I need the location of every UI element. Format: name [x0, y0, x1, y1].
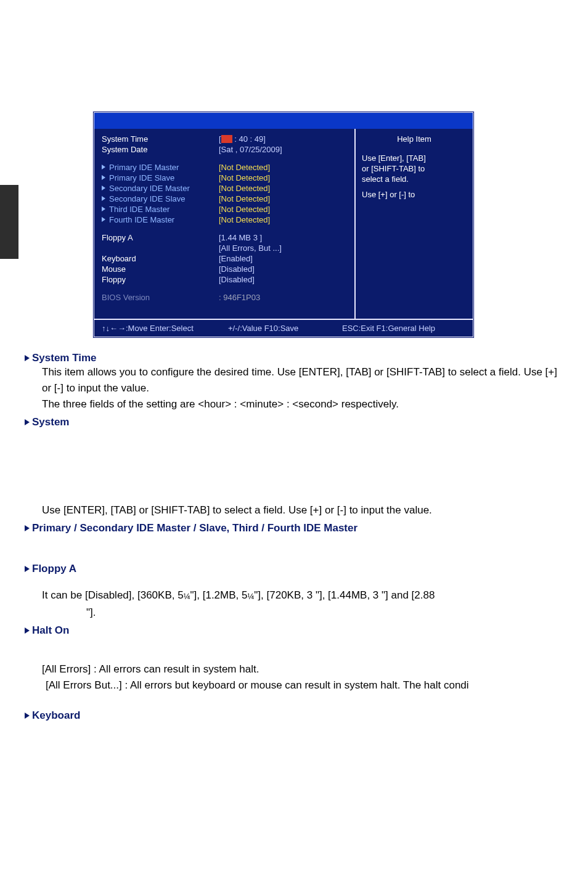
bios-navbar: ↑↓←→:Move Enter:Select +/-/:Value F10:Sa…: [94, 319, 473, 337]
keyboard-label: Keyboard: [102, 253, 219, 264]
bios-titlebar: [94, 113, 473, 129]
help-line: Use [+] or [-] to: [362, 189, 467, 200]
triangle-icon: [25, 713, 30, 719]
help-line: Use [Enter], [TAB]: [362, 153, 467, 163]
keyboard-value: [Enabled]: [219, 253, 253, 264]
section-keyboard: Keyboard: [25, 709, 563, 722]
section-ide: Primary / Secondary IDE Master / Slave, …: [25, 522, 563, 534]
ide-value: [Not Detected]: [219, 215, 270, 225]
section-halt-on: Halt On: [25, 624, 563, 637]
triangle-icon: [25, 419, 30, 425]
triangle-icon: [25, 627, 30, 634]
section-system: System: [25, 416, 563, 428]
halton-value: [All Errors, But ...]: [219, 243, 282, 253]
triangle-icon: [102, 206, 105, 211]
triangle-icon: [102, 186, 105, 190]
paragraph: [All Errors But...] : All errors but key…: [46, 677, 563, 693]
mouse-label: Mouse: [102, 264, 219, 274]
ide-value: [Not Detected]: [219, 162, 270, 173]
help-line: or [SHIFT-TAB] to: [362, 163, 467, 174]
floppy2-value: [Disabled]: [219, 274, 255, 285]
triangle-icon: [102, 217, 105, 222]
system-date-label: System Date: [102, 144, 219, 155]
ide-value: [Not Detected]: [219, 173, 270, 183]
ide-value: [Not Detected]: [219, 183, 270, 194]
paragraph: It can be [Disabled], [360KB, 5¼"], [1.2…: [42, 587, 563, 605]
paragraph: "].: [86, 605, 563, 621]
floppy-value: [1.44 MB 3 ]: [219, 232, 262, 243]
help-title: Help Item: [362, 134, 467, 144]
ide-label: Primary IDE Slave: [109, 173, 174, 182]
nav-move: ↑↓←→:Move Enter:Select: [102, 324, 228, 333]
paragraph: This item allows you to configure the de…: [42, 364, 563, 396]
biosver-value: : 946F1P03: [219, 292, 260, 303]
system-date-value: [Sat , 07/25/2009]: [219, 144, 282, 155]
bios-screenshot: System Time [ : 40 : 49] System Date [Sa…: [92, 111, 475, 338]
section-system-time: System Time: [25, 352, 563, 364]
ide-value: [Not Detected]: [219, 204, 270, 215]
nav-value: +/-/:Value F10:Save: [228, 324, 342, 333]
ide-label: Fourth IDE Master: [109, 215, 174, 224]
system-time-label: System Time: [102, 134, 219, 144]
triangle-icon: [25, 355, 30, 361]
mouse-value: [Disabled]: [219, 264, 255, 274]
system-time-value: [ : 40 : 49]: [219, 134, 266, 144]
ide-value: [Not Detected]: [219, 194, 270, 204]
paragraph: Use [ENTER], [TAB] or [SHIFT-TAB] to sel…: [42, 502, 563, 518]
ide-label: Primary IDE Master: [109, 163, 179, 172]
triangle-icon: [25, 566, 30, 572]
ide-label: Secondary IDE Master: [109, 184, 190, 193]
floppy-label: Floppy A: [102, 232, 219, 243]
triangle-icon: [25, 525, 30, 531]
ide-label: Secondary IDE Slave: [109, 194, 186, 203]
help-line: select a field.: [362, 174, 467, 184]
paragraph: The three fields of the setting are <hou…: [42, 396, 563, 412]
triangle-icon: [102, 196, 105, 201]
nav-exit: ESC:Exit F1:General Help: [342, 324, 465, 333]
ide-label: Third IDE Master: [109, 205, 169, 214]
section-floppy-a: Floppy A: [25, 563, 563, 575]
floppy2-label: Floppy: [102, 274, 219, 285]
cursor-icon: [221, 135, 232, 143]
triangle-icon: [102, 175, 105, 180]
biosver-label: BIOS Version: [102, 292, 219, 303]
triangle-icon: [102, 165, 105, 170]
paragraph: [All Errors] : All errors can result in …: [42, 661, 563, 677]
side-tab: [0, 185, 18, 259]
